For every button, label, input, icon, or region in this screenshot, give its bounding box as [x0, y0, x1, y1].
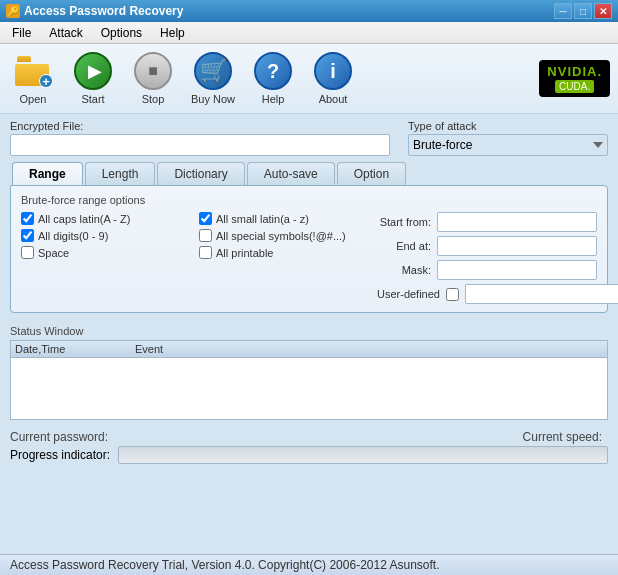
help-button[interactable]: ? Help: [248, 50, 298, 107]
toolbar: + Open ▶ Start ■ Stop 🛒 Buy Now ? Help: [0, 44, 618, 114]
window-title: Access Password Recovery: [24, 4, 183, 18]
end-at-row: End at:: [377, 236, 597, 256]
minimize-button[interactable]: ─: [554, 3, 572, 19]
open-button[interactable]: + Open: [8, 50, 58, 107]
range-section-title: Brute-force range options: [21, 194, 597, 206]
checkbox-special-row: All special symbols(!@#...): [199, 229, 367, 242]
checkbox-printable-label: All printable: [216, 247, 273, 259]
checkbox-digits[interactable]: [21, 229, 34, 242]
attack-type-select[interactable]: Brute-force Dictionary Smart force: [408, 134, 608, 156]
stop-icon: ■: [134, 52, 172, 90]
cuda-text: CUDA.: [555, 80, 594, 93]
buynow-icon: 🛒: [193, 52, 233, 90]
tab-length[interactable]: Length: [85, 162, 156, 185]
tab-dictionary[interactable]: Dictionary: [157, 162, 244, 185]
checkbox-space-row: Space: [21, 246, 189, 259]
progress-label: Progress indicator:: [10, 448, 110, 462]
user-defined-row: User-defined: [377, 284, 597, 304]
mask-label: Mask:: [377, 264, 431, 276]
stop-button[interactable]: ■ Stop: [128, 50, 178, 107]
checkbox-small[interactable]: [199, 212, 212, 225]
status-section: Status Window Date,Time Event: [10, 325, 608, 420]
help-label: Help: [262, 93, 285, 105]
status-window-title: Status Window: [10, 325, 608, 337]
checkbox-digits-row: All digits(0 - 9): [21, 229, 189, 242]
tab-panel-range: Brute-force range options All caps latin…: [10, 185, 608, 313]
mask-input[interactable]: [437, 260, 597, 280]
checkbox-digits-label: All digits(0 - 9): [38, 230, 108, 242]
attack-type-label: Type of attack: [408, 120, 608, 132]
checkbox-user-defined[interactable]: [446, 288, 459, 301]
mask-row: Mask:: [377, 260, 597, 280]
range-layout: All caps latin(A - Z) All small latin(a …: [21, 212, 597, 304]
menu-options[interactable]: Options: [93, 24, 150, 42]
current-row: Current password: Current speed:: [10, 430, 608, 444]
status-table-header: Date,Time Event: [11, 341, 607, 358]
menu-attack[interactable]: Attack: [41, 24, 90, 42]
checkbox-space[interactable]: [21, 246, 34, 259]
checkbox-caps-label: All caps latin(A - Z): [38, 213, 130, 225]
maximize-button[interactable]: □: [574, 3, 592, 19]
current-password-item: Current password:: [10, 430, 114, 444]
window-controls: ─ □ ✕: [554, 3, 612, 19]
range-fields: Start from: End at: Mask: User-defined: [377, 212, 597, 304]
tab-option[interactable]: Option: [337, 162, 406, 185]
checkbox-small-row: All small latin(a - z): [199, 212, 367, 225]
current-speed-item: Current speed:: [523, 430, 608, 444]
checkbox-special[interactable]: [199, 229, 212, 242]
checkbox-caps[interactable]: [21, 212, 34, 225]
about-label: About: [319, 93, 348, 105]
encrypted-file-row: Encrypted File: Type of attack Brute-for…: [10, 120, 608, 156]
user-defined-input[interactable]: [465, 284, 618, 304]
open-icon: +: [13, 52, 53, 90]
tabs-row: Range Length Dictionary Auto-save Option: [10, 162, 608, 185]
user-defined-label: User-defined: [377, 288, 440, 300]
stop-label: Stop: [142, 93, 165, 105]
progress-bar: [118, 446, 608, 464]
status-bar-text: Access Password Recovery Trial, Version …: [10, 558, 440, 572]
encrypted-file-label: Encrypted File:: [10, 120, 398, 132]
nvidia-badge: NVIDIA. CUDA.: [539, 60, 610, 97]
tab-autosave[interactable]: Auto-save: [247, 162, 335, 185]
status-bar: Access Password Recovery Trial, Version …: [0, 554, 618, 575]
main-content: Encrypted File: Type of attack Brute-for…: [0, 114, 618, 319]
about-icon: i: [314, 52, 352, 90]
encrypted-file-input[interactable]: [10, 134, 390, 156]
title-bar: 🔑 Access Password Recovery ─ □ ✕: [0, 0, 618, 22]
checkbox-special-label: All special symbols(!@#...): [216, 230, 346, 242]
end-at-label: End at:: [377, 240, 431, 252]
app-icon: 🔑: [6, 4, 20, 18]
start-from-row: Start from:: [377, 212, 597, 232]
menu-help[interactable]: Help: [152, 24, 193, 42]
checkbox-printable-row: All printable: [199, 246, 367, 259]
start-from-label: Start from:: [377, 216, 431, 228]
checkbox-grid: All caps latin(A - Z) All small latin(a …: [21, 212, 367, 259]
checkbox-printable[interactable]: [199, 246, 212, 259]
start-label: Start: [81, 93, 104, 105]
menu-file[interactable]: File: [4, 24, 39, 42]
status-table: Date,Time Event: [10, 340, 608, 420]
about-button[interactable]: i About: [308, 50, 358, 107]
checkbox-caps-row: All caps latin(A - Z): [21, 212, 189, 225]
help-icon: ?: [254, 52, 292, 90]
open-label: Open: [20, 93, 47, 105]
menu-bar: File Attack Options Help: [0, 22, 618, 44]
buynow-button[interactable]: 🛒 Buy Now: [188, 50, 238, 107]
close-button[interactable]: ✕: [594, 3, 612, 19]
progress-row: Progress indicator:: [10, 446, 608, 464]
start-icon: ▶: [74, 52, 112, 90]
end-at-input[interactable]: [437, 236, 597, 256]
nvidia-text: NVIDIA.: [547, 64, 602, 79]
bottom-section: Current password: Current speed: Progres…: [0, 426, 618, 472]
start-from-input[interactable]: [437, 212, 597, 232]
checkbox-small-label: All small latin(a - z): [216, 213, 309, 225]
buynow-label: Buy Now: [191, 93, 235, 105]
start-button[interactable]: ▶ Start: [68, 50, 118, 107]
current-speed-label: Current speed:: [523, 430, 602, 444]
status-header-event: Event: [135, 343, 603, 355]
status-table-body: [11, 358, 607, 414]
current-password-label: Current password:: [10, 430, 108, 444]
checkbox-space-label: Space: [38, 247, 69, 259]
tab-range[interactable]: Range: [12, 162, 83, 185]
range-checkboxes: All caps latin(A - Z) All small latin(a …: [21, 212, 367, 304]
